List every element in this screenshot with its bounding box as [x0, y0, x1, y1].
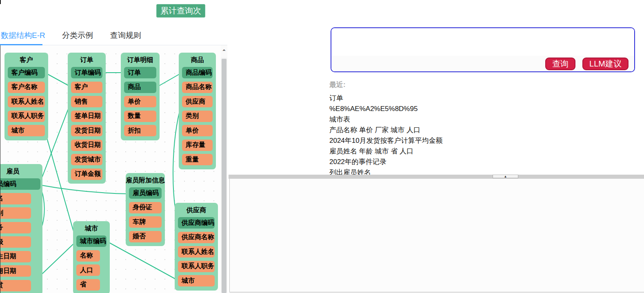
er-field[interactable]: 城市: [8, 125, 45, 136]
er-canvas[interactable]: 客户客户编码客户名称联系人姓名联系人职务城市订单订单编码客户销售签单日期发货日期…: [0, 45, 221, 293]
er-table-title: 客户: [4, 56, 48, 64]
er-field[interactable]: 发货日期: [71, 125, 102, 136]
er-relation-line: [39, 185, 129, 194]
er-field[interactable]: 签单日期: [71, 111, 102, 122]
er-field[interactable]: 发货城市: [71, 154, 102, 165]
recent-query-item[interactable]: 城市表: [329, 114, 615, 125]
er-key-field[interactable]: 订单编码: [71, 67, 102, 78]
er-table-title: 商品: [179, 56, 216, 64]
er-field[interactable]: 客户名称: [8, 82, 45, 93]
er-table[interactable]: 供应商供应商编码供应商名称联系人姓名联系人职务城市: [175, 203, 218, 291]
window-bottom-border: [229, 292, 644, 293]
er-field[interactable]: 省: [76, 279, 100, 291]
er-field[interactable]: 联系人职务: [8, 111, 45, 122]
scrollbar-thumb[interactable]: [222, 59, 227, 293]
er-field[interactable]: 婚否: [129, 231, 162, 242]
er-panel: 累计查询次 数据结构E-R 分类示例 查询规则 客户客户编码客户名称联系人姓名联…: [0, 0, 227, 293]
tab-category-examples[interactable]: 分类示例: [62, 30, 93, 41]
tab-er-structure[interactable]: 数据结构E-R: [1, 30, 45, 41]
er-field[interactable]: 单价: [182, 125, 213, 136]
query-footer: 查询 LLM建议: [331, 56, 634, 71]
er-table[interactable]: 订单明细订单商品单价数量折扣: [121, 53, 160, 140]
er-field[interactable]: 上级: [0, 236, 31, 248]
er-relation-line: [156, 73, 182, 87]
er-field[interactable]: 库存量: [182, 140, 213, 151]
er-key-field[interactable]: 客户编码: [8, 67, 45, 78]
er-table-title: 供应商: [175, 206, 218, 214]
er-field[interactable]: 供应商名称: [178, 232, 215, 243]
query-box: 查询 LLM建议: [331, 27, 635, 72]
er-vertical-scrollbar[interactable]: ⌃: [221, 45, 227, 293]
er-field[interactable]: 雇佣日期: [0, 265, 31, 277]
llm-suggest-button[interactable]: LLM建议: [582, 58, 628, 70]
recent-query-item[interactable]: 2024年10月发货按客户计算平均金额: [329, 135, 615, 146]
er-key-field[interactable]: 商品: [124, 82, 156, 93]
er-field[interactable]: 重量: [182, 154, 213, 165]
er-field[interactable]: 姓名: [0, 193, 31, 204]
er-field[interactable]: 职务: [0, 222, 31, 233]
splitter-collapse-button[interactable]: ▲: [493, 175, 518, 178]
er-field[interactable]: 供应商: [182, 96, 213, 107]
recent-list: 订单%E8%AE%A2%E5%8D%95城市表产品名称 单价 厂家 城市 人口2…: [329, 93, 615, 175]
query-panel: 查询 LLM建议 最近: 订单%E8%AE%A2%E5%8D%95城市表产品名称…: [229, 0, 644, 293]
query-button[interactable]: 查询: [545, 58, 575, 70]
er-key-field[interactable]: 雇员编码: [129, 187, 162, 199]
er-field[interactable]: 商品名称: [182, 82, 213, 93]
er-field[interactable]: 数量: [124, 111, 156, 122]
er-key-field[interactable]: 城市编码: [76, 235, 107, 247]
er-field[interactable]: 名称: [76, 250, 100, 262]
recent-query-item[interactable]: 雇员姓名 年龄 城市 省 人口: [329, 146, 615, 157]
er-field[interactable]: 身份证: [129, 202, 162, 213]
er-field[interactable]: 收货日期: [71, 140, 102, 151]
er-table[interactable]: 客户客户编码客户名称联系人姓名联系人职务城市: [4, 53, 48, 140]
er-key-field[interactable]: 雇员编码: [0, 178, 40, 190]
recent-query-item[interactable]: 列出雇员姓名: [329, 167, 615, 175]
er-relation-line: [45, 73, 71, 87]
recent-query-item[interactable]: %E8%AE%A2%E5%8D%95: [329, 104, 615, 114]
er-key-field[interactable]: 供应商编码: [178, 217, 215, 229]
er-table-title: 订单明细: [121, 56, 160, 64]
er-table[interactable]: 雇员雇员编码姓名性别职务上级出生日期雇佣日期籍贯: [0, 164, 42, 293]
recent-query-item[interactable]: 订单: [329, 93, 615, 104]
er-field[interactable]: 客户: [71, 82, 102, 93]
er-field[interactable]: 性别: [0, 207, 31, 219]
query-input[interactable]: [331, 28, 634, 56]
er-field[interactable]: 城市: [178, 275, 215, 286]
er-field[interactable]: 出生日期: [0, 251, 31, 262]
er-field[interactable]: 类别: [182, 111, 213, 122]
er-relation-line: [107, 241, 178, 280]
er-table[interactable]: 城市城市编码名称人口省: [73, 221, 110, 293]
er-table-title: 订单: [68, 56, 106, 64]
er-table-title: 雇员附加信息: [126, 176, 165, 184]
er-table-title: 城市: [73, 224, 110, 233]
er-field[interactable]: 联系人姓名: [8, 96, 45, 107]
recent-query-item[interactable]: 产品名称 单价 厂家 城市 人口: [329, 125, 615, 135]
er-table[interactable]: 订单订单编码客户销售签单日期发货日期收货日期发货城市订单金额: [68, 53, 106, 184]
tab-bar: 数据结构E-R 分类示例 查询规则: [0, 29, 227, 45]
er-field[interactable]: 销售: [71, 96, 102, 107]
app-window: 累计查询次 数据结构E-R 分类示例 查询规则 客户客户编码客户名称联系人姓名联…: [0, 0, 644, 293]
er-field[interactable]: 车牌: [129, 216, 162, 228]
window-edge: [0, 0, 1, 4]
recent-label: 最近:: [329, 80, 346, 89]
er-key-field[interactable]: 商品编码: [182, 67, 213, 78]
recent-query-item[interactable]: 2022年的事件记录: [329, 157, 615, 167]
er-key-field[interactable]: 订单: [124, 67, 156, 78]
er-field[interactable]: 联系人姓名: [178, 246, 215, 257]
er-field[interactable]: 联系人职务: [178, 261, 215, 272]
er-table[interactable]: 雇员附加信息雇员编码身份证车牌婚否: [126, 173, 165, 246]
scroll-up-arrow-icon[interactable]: ⌃: [221, 45, 227, 58]
er-table[interactable]: 商品商品编码商品名称供应商类别单价库存量重量: [179, 53, 216, 169]
er-field[interactable]: 折扣: [124, 125, 156, 136]
er-field[interactable]: 订单金额: [71, 169, 102, 180]
query-count-badge: 累计查询次: [156, 4, 205, 18]
er-field[interactable]: 人口: [76, 264, 100, 276]
horizontal-splitter[interactable]: ▲: [229, 175, 644, 179]
er-field[interactable]: 籍贯: [0, 280, 31, 291]
tab-query-rules[interactable]: 查询规则: [110, 30, 141, 41]
results-area: [229, 179, 644, 292]
er-table-title: 雇员: [0, 167, 42, 175]
collapse-up-icon: ▲: [504, 175, 507, 178]
er-field[interactable]: 单价: [124, 96, 156, 107]
